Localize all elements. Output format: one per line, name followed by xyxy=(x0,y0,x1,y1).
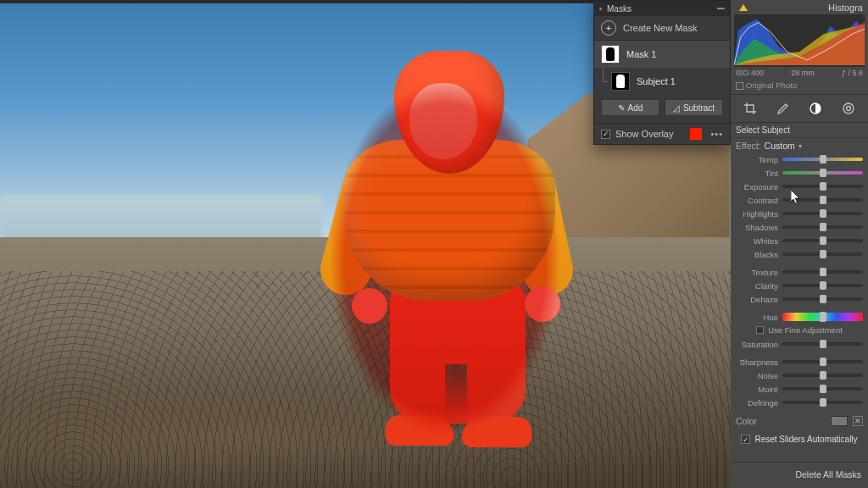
histogram-title: Histogra xyxy=(828,3,863,13)
chevron-down-icon: ▾ xyxy=(798,142,802,150)
shadows-slider[interactable] xyxy=(782,225,863,229)
reset-sliders-checkbox[interactable]: ✓ xyxy=(741,435,750,444)
mask-label: Mask 1 xyxy=(626,49,656,59)
svg-point-1 xyxy=(843,103,854,114)
tint-slider[interactable] xyxy=(782,171,863,175)
show-overlay-checkbox[interactable]: ✓ xyxy=(601,130,610,139)
moire-slider[interactable] xyxy=(782,387,863,391)
subtract-mask-button[interactable]: ◿ Subtract xyxy=(665,99,723,116)
highlights-slider[interactable] xyxy=(782,212,863,215)
effect-label: Effect: xyxy=(736,141,761,151)
fine-adjust-label: Use Fine Adjustment xyxy=(768,325,843,335)
temp-slider[interactable] xyxy=(782,158,863,161)
color-label: Color xyxy=(736,416,757,426)
overlay-more-icon[interactable]: ••• xyxy=(707,129,723,139)
right-panel: Histogra ISO 400 28 mm ƒ / 5.6 Original … xyxy=(731,0,868,488)
add-mask-button[interactable]: ✎ Add xyxy=(601,99,659,116)
masks-panel-title: Masks xyxy=(607,4,712,14)
exposure-slider[interactable] xyxy=(782,185,863,188)
masking-tool-icon[interactable] xyxy=(808,101,823,116)
heal-tool-icon[interactable] xyxy=(776,101,791,116)
contrast-slider[interactable] xyxy=(782,198,863,202)
add-brush-icon: ✎ xyxy=(618,103,625,113)
delete-all-masks[interactable]: Delete All Masks xyxy=(731,462,868,488)
crop-tool-icon[interactable] xyxy=(743,101,758,116)
hue-slider[interactable] xyxy=(782,313,863,321)
sharpness-slider[interactable] xyxy=(782,360,863,363)
plus-icon: + xyxy=(601,20,616,36)
radial-tool-icon[interactable] xyxy=(841,101,856,116)
mask-label: Subject 1 xyxy=(637,76,676,86)
mask-item-subject1[interactable]: Subject 1 xyxy=(594,68,730,95)
saturation-slider[interactable] xyxy=(782,342,863,346)
color-reset-icon[interactable]: ✕ xyxy=(853,416,863,426)
subject-thumb-icon xyxy=(611,72,630,91)
masks-panel: Masks + Create New Mask Mask 1 Subject 1… xyxy=(593,0,731,145)
masks-panel-header[interactable]: Masks xyxy=(594,1,730,16)
overlay-color-swatch[interactable] xyxy=(690,128,702,140)
mask-item-mask1[interactable]: Mask 1 xyxy=(594,41,730,68)
color-swatch[interactable] xyxy=(831,416,848,426)
blacks-slider[interactable] xyxy=(782,252,863,256)
mask-section-title: Select Subject xyxy=(736,125,790,135)
dehaze-slider[interactable] xyxy=(782,297,863,301)
whites-slider[interactable] xyxy=(782,239,863,242)
effect-dropdown[interactable]: Custom xyxy=(765,141,795,151)
fine-adjust-checkbox[interactable] xyxy=(756,326,764,334)
histogram-info: ISO 400 28 mm ƒ / 5.6 xyxy=(731,67,868,79)
minimize-icon[interactable] xyxy=(717,8,725,9)
reset-sliders-label: Reset Sliders Automatically xyxy=(754,435,857,444)
clarity-slider[interactable] xyxy=(782,284,863,287)
histogram[interactable] xyxy=(734,14,865,67)
show-overlay-label: Show Overlay xyxy=(615,129,673,139)
noise-slider[interactable] xyxy=(782,374,863,377)
texture-slider[interactable] xyxy=(782,270,863,274)
create-mask-label: Create New Mask xyxy=(623,23,697,33)
adjustment-sliders: Temp Tint Exposure Contrast Highlights S… xyxy=(731,152,868,413)
mask-thumb-icon xyxy=(601,45,620,64)
subtract-eraser-icon: ◿ xyxy=(673,103,680,113)
defringe-slider[interactable] xyxy=(782,401,863,404)
mask-overlay-subject xyxy=(318,51,572,466)
svg-point-2 xyxy=(846,107,850,111)
clipping-warning-icon[interactable] xyxy=(739,4,748,11)
tool-strip xyxy=(731,94,868,123)
original-photo-toggle[interactable]: Original Photo xyxy=(731,79,868,94)
create-new-mask[interactable]: + Create New Mask xyxy=(594,16,730,41)
